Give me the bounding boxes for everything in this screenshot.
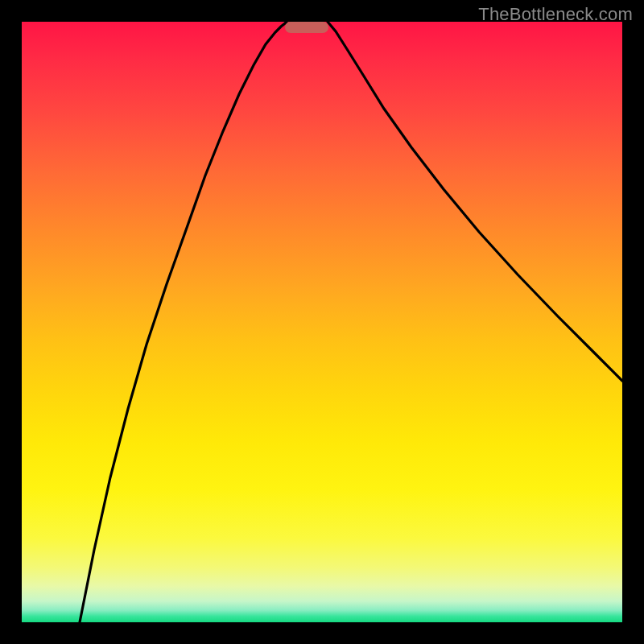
outer-frame: TheBottleneck.com: [0, 0, 644, 644]
bottleneck-curve-right: [328, 22, 622, 381]
bottleneck-curve-left: [80, 22, 287, 622]
plot-area: [22, 22, 622, 622]
curve-overlay: [22, 22, 622, 622]
watermark-text: TheBottleneck.com: [478, 4, 633, 25]
optimal-range-marker: [285, 22, 328, 33]
